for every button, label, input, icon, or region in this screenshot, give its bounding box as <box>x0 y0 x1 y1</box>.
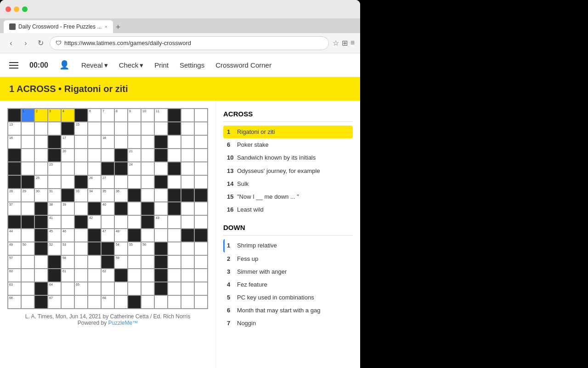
cell-8-13[interactable] <box>181 215 194 229</box>
cell-12-3[interactable] <box>48 269 61 282</box>
cell-5-0[interactable] <box>8 175 21 189</box>
crossword-corner-button[interactable]: Crossword Corner <box>215 61 271 69</box>
cell-10-11[interactable] <box>154 242 168 255</box>
new-tab-button[interactable]: + <box>116 23 121 32</box>
cell-1-2[interactable] <box>34 122 48 135</box>
down-clue-3[interactable]: 3Simmer with anger <box>223 265 353 278</box>
cell-4-3[interactable]: 23 <box>48 162 61 175</box>
menu-icon[interactable]: ≡ <box>351 39 355 47</box>
down-clue-4[interactable]: 4Fez feature <box>223 278 353 291</box>
across-clue-15[interactable]: 15"Now I __ me down ... " <box>223 190 353 203</box>
cell-2-1[interactable] <box>21 135 34 149</box>
print-button[interactable]: Print <box>154 61 169 69</box>
cell-3-5[interactable] <box>74 149 88 162</box>
cell-7-6[interactable] <box>88 202 101 215</box>
cell-11-1[interactable] <box>21 255 34 269</box>
cell-10-10[interactable]: 56 <box>141 242 154 255</box>
cell-9-14[interactable] <box>194 229 208 242</box>
forward-button[interactable]: › <box>20 38 31 49</box>
cell-0-3[interactable]: 3 <box>48 109 61 122</box>
cell-2-7[interactable]: 18 <box>101 135 114 149</box>
check-button[interactable]: Check ▾ <box>119 61 144 69</box>
cell-13-10[interactable] <box>141 282 154 295</box>
cell-7-12[interactable] <box>168 202 181 215</box>
cell-14-12[interactable] <box>168 295 181 309</box>
cell-3-9[interactable]: 21 <box>128 149 141 162</box>
cell-3-2[interactable] <box>34 149 48 162</box>
cell-8-3[interactable]: 41 <box>48 215 61 229</box>
cell-0-8[interactable]: 8 <box>114 109 128 122</box>
cell-14-3[interactable]: 67 <box>48 295 61 309</box>
cell-13-12[interactable] <box>168 282 181 295</box>
cell-13-11[interactable] <box>154 282 168 295</box>
cell-1-8[interactable] <box>114 122 128 135</box>
cell-7-13[interactable] <box>181 202 194 215</box>
cell-1-5[interactable]: 15 <box>74 122 88 135</box>
cell-6-8[interactable]: 36 <box>114 189 128 202</box>
cell-4-11[interactable] <box>154 162 168 175</box>
cell-1-4[interactable] <box>61 122 74 135</box>
cell-12-1[interactable] <box>21 269 34 282</box>
cell-8-14[interactable] <box>194 215 208 229</box>
cell-3-14[interactable] <box>194 149 208 162</box>
cell-12-12[interactable] <box>168 269 181 282</box>
cell-8-8[interactable] <box>114 215 128 229</box>
cell-11-12[interactable] <box>168 255 181 269</box>
cell-10-12[interactable] <box>168 242 181 255</box>
cell-7-11[interactable] <box>154 202 168 215</box>
cell-14-13[interactable] <box>181 295 194 309</box>
maximize-window-button[interactable] <box>22 6 28 12</box>
cell-14-8[interactable] <box>114 295 128 309</box>
down-clue-5[interactable]: 5PC key used in combinations <box>223 291 353 304</box>
cell-4-9[interactable]: 24 <box>128 162 141 175</box>
cell-4-7[interactable] <box>101 162 114 175</box>
cell-3-3[interactable] <box>48 149 61 162</box>
cell-10-3[interactable]: 52 <box>48 242 61 255</box>
cell-5-14[interactable] <box>194 175 208 189</box>
cell-9-13[interactable] <box>181 229 194 242</box>
cell-11-4[interactable]: 58 <box>61 255 74 269</box>
cell-5-10[interactable] <box>141 175 154 189</box>
cell-1-9[interactable] <box>128 122 141 135</box>
cell-9-12[interactable] <box>168 229 181 242</box>
cell-8-9[interactable] <box>128 215 141 229</box>
cell-9-10[interactable] <box>141 229 154 242</box>
cell-8-5[interactable] <box>74 215 88 229</box>
cell-14-5[interactable] <box>74 295 88 309</box>
cell-14-9[interactable] <box>128 295 141 309</box>
cell-1-11[interactable] <box>154 122 168 135</box>
refresh-button[interactable]: ↻ <box>35 38 46 49</box>
cell-12-10[interactable] <box>141 269 154 282</box>
cell-4-0[interactable] <box>8 162 21 175</box>
cell-6-0[interactable]: 28 <box>8 189 21 202</box>
cell-9-6[interactable] <box>88 229 101 242</box>
cell-2-12[interactable] <box>168 135 181 149</box>
cell-0-4[interactable]: 4 <box>61 109 74 122</box>
cell-2-4[interactable]: 17 <box>61 135 74 149</box>
cell-14-11[interactable] <box>154 295 168 309</box>
cell-8-4[interactable] <box>61 215 74 229</box>
cell-2-8[interactable] <box>114 135 128 149</box>
cell-0-7[interactable]: 7 <box>101 109 114 122</box>
cell-5-6[interactable]: 26 <box>88 175 101 189</box>
cell-9-9[interactable] <box>128 229 141 242</box>
cell-10-9[interactable]: 55 <box>128 242 141 255</box>
cell-7-10[interactable] <box>141 202 154 215</box>
cell-13-0[interactable]: 63 <box>8 282 21 295</box>
cell-9-7[interactable]: 47 <box>101 229 114 242</box>
tab-close-button[interactable]: × <box>104 24 107 29</box>
cell-12-9[interactable] <box>128 269 141 282</box>
cell-6-9[interactable] <box>128 189 141 202</box>
cell-5-5[interactable] <box>74 175 88 189</box>
cell-12-13[interactable] <box>181 269 194 282</box>
cell-7-9[interactable] <box>128 202 141 215</box>
cell-2-13[interactable] <box>181 135 194 149</box>
puzzle-icon[interactable]: ⊞ <box>342 39 348 47</box>
cell-11-13[interactable] <box>181 255 194 269</box>
cell-12-0[interactable]: 60 <box>8 269 21 282</box>
cell-3-7[interactable] <box>101 149 114 162</box>
cell-13-4[interactable] <box>61 282 74 295</box>
cell-9-0[interactable]: 44 <box>8 229 21 242</box>
cell-4-14[interactable] <box>194 162 208 175</box>
cell-6-11[interactable] <box>154 189 168 202</box>
